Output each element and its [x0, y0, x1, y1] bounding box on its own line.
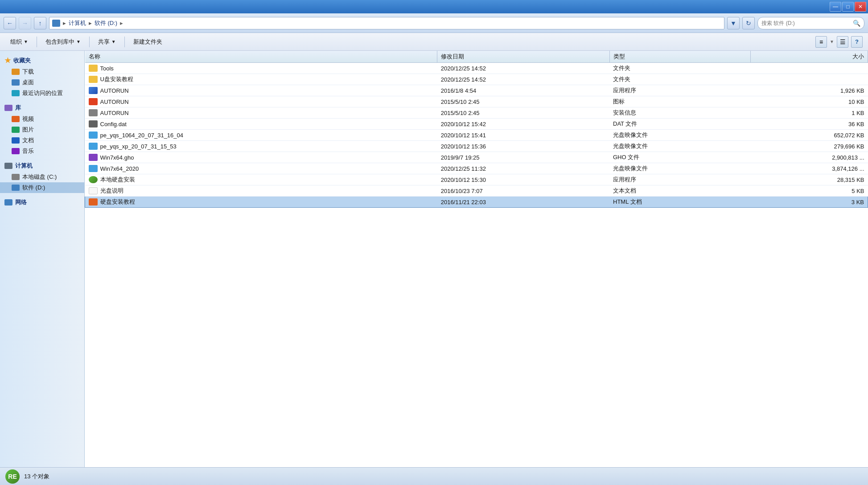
search-input[interactable] [761, 20, 851, 26]
close-button[interactable]: ✕ [855, 2, 866, 12]
breadcrumb-drive-d[interactable]: 软件 (D:) [95, 19, 117, 27]
file-name-cell[interactable]: Tools [85, 63, 437, 74]
file-modified: 2019/9/7 19:25 [437, 152, 609, 163]
table-row[interactable]: Tools 2020/12/25 14:52 文件夹 [85, 63, 868, 74]
table-row[interactable]: Win7x64.gho 2019/9/7 19:25 GHO 文件 2,900,… [85, 152, 868, 163]
file-icon-app [89, 176, 98, 183]
file-type: 文本文档 [609, 185, 750, 197]
computer-label: 计算机 [15, 162, 33, 170]
file-name-cell[interactable]: 本地硬盘安装 [85, 174, 437, 185]
maximize-button[interactable]: □ [842, 2, 854, 12]
file-name-cell[interactable]: U盘安装教程 [85, 74, 437, 85]
file-name-cell[interactable]: Win7x64.gho [85, 152, 437, 163]
search-bar[interactable]: 🔍 [757, 17, 864, 29]
file-modified: 2020/10/12 15:36 [437, 141, 609, 152]
column-header-modified[interactable]: 修改日期 [437, 51, 609, 63]
table-row[interactable]: AUTORUN 2016/1/8 4:54 应用程序 1,926 KB [85, 85, 868, 96]
table-row[interactable]: U盘安装教程 2020/12/25 14:52 文件夹 [85, 74, 868, 85]
column-header-type[interactable]: 类型 [609, 51, 750, 63]
sidebar-header-library[interactable]: 库 [0, 102, 84, 114]
sidebar-item-doc[interactable]: 文档 [0, 135, 84, 146]
sidebar-header-network[interactable]: 网络 [0, 197, 84, 208]
file-name-cell[interactable]: 硬盘安装教程 [85, 197, 437, 208]
file-size: 1,926 KB [750, 85, 868, 96]
file-icon-txt [89, 187, 98, 194]
sidebar: ★ 收藏夹 下载 桌面 最近访问的位置 库 [0, 51, 85, 467]
file-name-cell[interactable]: AUTORUN [85, 85, 437, 96]
drive-d-label: 软件 (D:) [22, 184, 45, 192]
file-size [750, 63, 868, 74]
sidebar-item-drive-c[interactable]: 本地磁盘 (C:) [0, 172, 84, 182]
table-row[interactable]: Config.dat 2020/10/12 15:42 DAT 文件 36 KB [85, 119, 868, 130]
file-size: 279,696 KB [750, 141, 868, 152]
table-row[interactable]: AUTORUN 2015/5/10 2:45 图标 10 KB [85, 96, 868, 107]
file-type: 图标 [609, 96, 750, 107]
table-row[interactable]: 光盘说明 2016/10/23 7:07 文本文档 5 KB [85, 185, 868, 197]
library-icon [4, 105, 12, 111]
column-header-size[interactable]: 大小 [750, 51, 868, 63]
file-type: 文件夹 [609, 74, 750, 85]
new-folder-button[interactable]: 新建文件夹 [128, 36, 167, 48]
file-name-cell[interactable]: Win7x64_2020 [85, 163, 437, 174]
organize-button[interactable]: 组织 ▼ [5, 36, 33, 48]
share-button[interactable]: 共享 ▼ [93, 36, 121, 48]
add-to-library-button[interactable]: 包含到库中 ▼ [41, 36, 86, 48]
star-icon: ★ [4, 56, 11, 65]
table-row[interactable]: Win7x64_2020 2020/12/25 11:32 光盘映像文件 3,8… [85, 163, 868, 174]
view-button[interactable]: ≡ [815, 36, 827, 48]
organize-label: 组织 [10, 38, 22, 46]
recent-label: 最近访问的位置 [22, 89, 63, 97]
sidebar-item-recent[interactable]: 最近访问的位置 [0, 88, 84, 99]
toolbar: 组织 ▼ 包含到库中 ▼ 共享 ▼ 新建文件夹 ≡ ▼ ☰ ? [0, 33, 868, 51]
doc-label: 文档 [22, 136, 34, 144]
sidebar-item-desktop[interactable]: 桌面 [0, 77, 84, 88]
up-button[interactable]: ↑ [34, 17, 46, 29]
sidebar-item-download[interactable]: 下载 [0, 66, 84, 77]
image-label: 图片 [22, 126, 34, 134]
preview-button[interactable]: ☰ [837, 36, 848, 48]
file-name-cell[interactable]: AUTORUN [85, 107, 437, 119]
organize-arrow: ▼ [24, 39, 28, 44]
file-modified: 2015/5/10 2:45 [437, 107, 609, 119]
dropdown-button[interactable]: ▼ [727, 17, 740, 29]
file-icon-iso [89, 165, 98, 172]
sidebar-item-image[interactable]: 图片 [0, 124, 84, 135]
sidebar-item-drive-d[interactable]: 软件 (D:) [0, 182, 84, 193]
file-name-cell[interactable]: 光盘说明 [85, 185, 437, 197]
table-row[interactable]: AUTORUN 2015/5/10 2:45 安装信息 1 KB [85, 107, 868, 119]
breadcrumb-computer[interactable]: 计算机 [69, 19, 86, 27]
help-button[interactable]: ? [851, 36, 863, 48]
file-name: pe_yqs_1064_20_07_31_16_04 [100, 132, 184, 139]
file-name-cell[interactable]: pe_yqs_xp_20_07_31_15_53 [85, 141, 437, 152]
sidebar-header-computer[interactable]: 计算机 [0, 160, 84, 172]
column-header-name[interactable]: 名称 [85, 51, 437, 63]
refresh-button[interactable]: ↻ [742, 17, 755, 29]
sidebar-header-favorites[interactable]: ★ 收藏夹 [0, 54, 84, 66]
minimize-button[interactable]: — [830, 2, 841, 12]
file-size: 652,072 KB [750, 130, 868, 141]
status-icon: RE [5, 469, 20, 484]
table-row[interactable]: pe_yqs_xp_20_07_31_15_53 2020/10/12 15:3… [85, 141, 868, 152]
file-icon-ico [89, 98, 98, 105]
sidebar-item-video[interactable]: 视频 [0, 114, 84, 124]
table-row[interactable]: 本地硬盘安装 2020/10/12 15:30 应用程序 28,315 KB [85, 174, 868, 185]
download-icon [12, 69, 20, 75]
file-modified: 2020/12/25 14:52 [437, 74, 609, 85]
file-type: 光盘映像文件 [609, 130, 750, 141]
sidebar-section-library: 库 视频 图片 文档 音乐 [0, 102, 84, 156]
table-row[interactable]: 硬盘安装教程 2016/11/21 22:03 HTML 文档 3 KB [85, 197, 868, 208]
table-row[interactable]: pe_yqs_1064_20_07_31_16_04 2020/10/12 15… [85, 130, 868, 141]
table-header-row: 名称 修改日期 类型 大小 [85, 51, 868, 63]
video-label: 视频 [22, 115, 34, 123]
recent-icon [12, 90, 20, 96]
sidebar-item-music[interactable]: 音乐 [0, 146, 84, 156]
file-name-cell[interactable]: AUTORUN [85, 96, 437, 107]
window-controls: — □ ✕ [830, 2, 866, 12]
back-button[interactable]: ← [4, 17, 16, 29]
file-size: 1 KB [750, 107, 868, 119]
file-modified: 2020/10/12 15:30 [437, 174, 609, 185]
forward-button[interactable]: → [19, 17, 31, 29]
view-dropdown[interactable]: ▼ [830, 39, 834, 44]
file-name-cell[interactable]: Config.dat [85, 119, 437, 130]
file-name-cell[interactable]: pe_yqs_1064_20_07_31_16_04 [85, 130, 437, 141]
